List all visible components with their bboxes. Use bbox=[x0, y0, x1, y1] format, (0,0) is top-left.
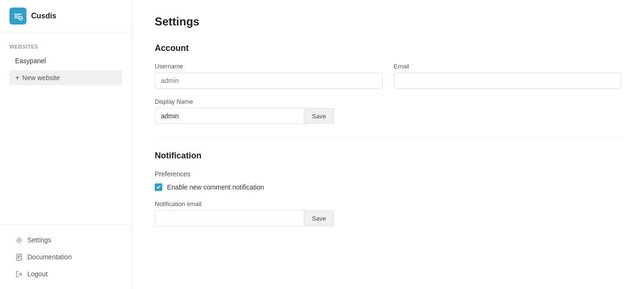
sidebar-item-settings[interactable]: Settings bbox=[9, 232, 122, 248]
sidebar: Cusdis WEBSITES Easypanel + New website … bbox=[0, 0, 132, 289]
notification-checkbox-label: Enable new comment notification bbox=[167, 183, 264, 191]
username-group: Username bbox=[155, 63, 383, 89]
website-item-easypanel[interactable]: Easypanel bbox=[9, 53, 122, 68]
display-name-input-group: Save bbox=[155, 108, 334, 124]
account-section-title: Account bbox=[155, 43, 621, 53]
display-name-input[interactable] bbox=[155, 108, 304, 124]
enable-notification-checkbox[interactable] bbox=[155, 183, 162, 191]
main-content: Settings Account Username Email Display … bbox=[132, 0, 644, 289]
display-name-group: Display Name Save bbox=[155, 98, 334, 124]
app-logo-icon bbox=[9, 8, 26, 25]
notification-email-input-group: Save bbox=[155, 210, 334, 226]
account-section: Account Username Email Display Name Save bbox=[155, 43, 621, 124]
notification-email-label: Notification email bbox=[155, 200, 334, 207]
username-label: Username bbox=[155, 63, 383, 70]
notification-email-group: Notification email Save bbox=[155, 200, 334, 226]
username-email-row: Username Email bbox=[155, 63, 621, 89]
new-website-label: New website bbox=[22, 74, 59, 82]
email-input[interactable] bbox=[394, 73, 622, 89]
notification-email-input[interactable] bbox=[155, 210, 304, 226]
websites-section: WEBSITES Easypanel + New website bbox=[0, 33, 132, 91]
logout-icon bbox=[15, 270, 23, 278]
notification-section: Notification Preferences Enable new comm… bbox=[155, 151, 621, 226]
username-input[interactable] bbox=[155, 73, 383, 89]
sidebar-bottom-nav: Settings Documentation Logout bbox=[0, 224, 132, 289]
email-label: Email bbox=[394, 63, 622, 70]
gear-icon bbox=[15, 236, 23, 244]
preferences-label: Preferences bbox=[155, 170, 621, 178]
new-website-button[interactable]: + New website bbox=[9, 70, 122, 85]
logout-label: Logout bbox=[27, 270, 48, 278]
svg-point-2 bbox=[18, 239, 20, 241]
settings-label: Settings bbox=[27, 236, 51, 244]
sidebar-item-documentation[interactable]: Documentation bbox=[9, 249, 122, 264]
section-divider bbox=[155, 137, 621, 138]
notification-section-title: Notification bbox=[155, 151, 621, 161]
documentation-label: Documentation bbox=[27, 253, 72, 261]
display-name-save-button[interactable]: Save bbox=[304, 108, 334, 124]
doc-icon bbox=[15, 253, 23, 261]
email-group: Email bbox=[394, 63, 622, 89]
notification-email-save-button[interactable]: Save bbox=[304, 210, 334, 226]
app-name: Cusdis bbox=[31, 12, 56, 20]
websites-label: WEBSITES bbox=[9, 44, 122, 50]
display-name-label: Display Name bbox=[155, 98, 334, 105]
plus-icon: + bbox=[15, 74, 19, 82]
page-title: Settings bbox=[155, 15, 621, 28]
logo-area: Cusdis bbox=[0, 0, 132, 33]
notification-checkbox-row: Enable new comment notification bbox=[155, 183, 621, 191]
sidebar-item-logout[interactable]: Logout bbox=[9, 266, 122, 281]
